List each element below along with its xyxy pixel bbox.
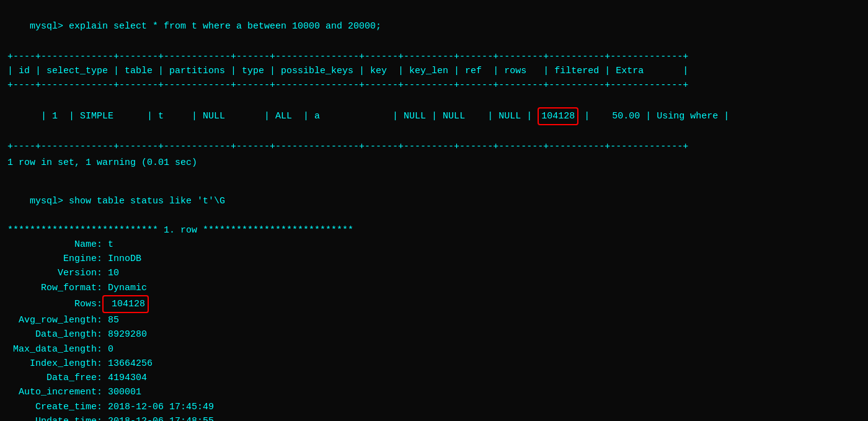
table-data-row: | 1 | SIMPLE | t | NULL | ALL | a | NULL… — [7, 93, 861, 140]
result-line-1: 1 row in set, 1 warning (0.01 sec) — [7, 156, 861, 170]
explain-table: +----+-------------+-------+------------… — [7, 50, 861, 154]
table-status-field: Auto_increment: 300001 — [7, 385, 861, 399]
table-status-field: Index_length: 13664256 — [7, 357, 861, 371]
rows-value: 104128 — [541, 111, 575, 122]
table-data-before-rows: | 1 | SIMPLE | t | NULL | ALL | a | NULL… — [41, 111, 538, 122]
table-border-mid: +----+-------------+-------+------------… — [7, 78, 861, 92]
command-line-2: mysql> show table status like 't'\G — [7, 180, 861, 223]
table-data-after-rows: | 50.00 | Using where | — [578, 111, 729, 122]
table-status-field: Row_format: Dynamic — [7, 281, 861, 295]
rows-highlight-box-2: 104128 — [102, 295, 149, 313]
prompt-2: mysql> show table status like 't'\G — [30, 196, 225, 206]
table-status-field: Data_free: 4194304 — [7, 371, 861, 385]
table-header-row: | id | select_type | table | partitions … — [7, 64, 861, 78]
table-border-top: +----+-------------+-------+------------… — [7, 50, 861, 64]
command-line-1: mysql> explain select * from t where a b… — [7, 5, 861, 48]
table-border-bot: +----+-------------+-------+------------… — [7, 140, 861, 154]
star-row: *************************** 1. row *****… — [7, 223, 861, 237]
table-status-field: Max_data_length: 0 — [7, 342, 861, 357]
table-status-field: Avg_row_length: 85 — [7, 313, 861, 327]
terminal-container: mysql> explain select * from t where a b… — [7, 5, 861, 421]
table-status-field: Create_time: 2018-12-06 17:45:49 — [7, 400, 861, 414]
field-label: Rows: — [7, 299, 102, 309]
table-status-field: Name: t — [7, 237, 861, 252]
table-status-field: Data_length: 8929280 — [7, 327, 861, 342]
prompt-1: mysql> explain select * from t where a b… — [30, 21, 381, 32]
section-gap — [7, 170, 861, 180]
rows-highlight-box: 104128 — [538, 107, 578, 125]
table-status-fields: Name: t Engine: InnoDB Version: 10 Row_f… — [7, 237, 861, 421]
table-status-field: Engine: InnoDB — [7, 252, 861, 266]
table-status-field: Rows: 104128 — [7, 295, 861, 313]
table-status-field: Update_time: 2018-12-06 17:48:55 — [7, 414, 861, 421]
table-status-field: Version: 10 — [7, 266, 861, 280]
